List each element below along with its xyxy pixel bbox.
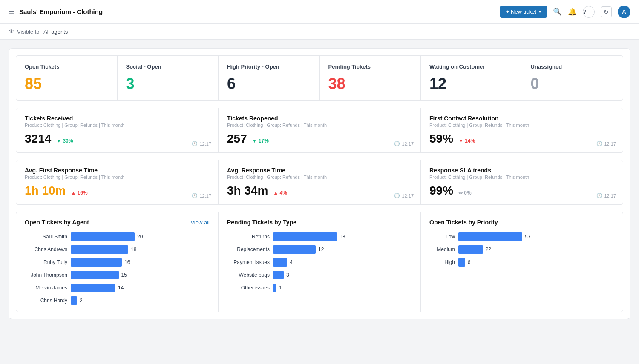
bar-value: 20 [137, 234, 143, 240]
bar-wrap: 16 [71, 258, 210, 267]
bell-icon[interactable]: 🔔 [568, 7, 577, 16]
metric-card-row0-1: Tickets Reopened Product: Clothing | Gro… [219, 108, 420, 152]
stat-card-label-4: Waiting on Customer [429, 63, 513, 70]
clock-icon: 🕐 [596, 141, 602, 146]
visible-to-label: All agents [43, 29, 68, 35]
clock-icon: 🕐 [192, 193, 198, 198]
bar-value: 18 [131, 246, 136, 252]
bar-value: 6 [468, 259, 471, 265]
priority-chart-card: Open Tickets by Priority Low 57 Medium 2… [421, 212, 623, 312]
stat-card-label-2: High Priority - Open [227, 63, 311, 70]
help-icon[interactable]: ? [583, 6, 595, 18]
bar-row: Saul Smith 20 [25, 232, 210, 241]
metric-title: Avg. First Response Time [25, 167, 210, 174]
bar-label: Chris Hardy [25, 298, 67, 304]
bar [71, 245, 128, 254]
metric-value: 99% [429, 184, 453, 198]
stat-card-1: Social - Open 3 [118, 56, 219, 100]
metric-subtitle: Product: Clothing | Group: Refunds | Thi… [227, 123, 412, 128]
bar-label: Saul Smith [25, 234, 67, 240]
bar-row: Chris Hardy 2 [25, 296, 210, 305]
bar-value: 16 [124, 259, 130, 265]
metric-badge: ▲ 16% [71, 190, 87, 196]
bar-value: 2 [80, 298, 83, 304]
metric-value: 257 [227, 132, 247, 146]
bar-row: High 6 [429, 258, 614, 267]
stat-card-value-1: 3 [126, 75, 210, 93]
stat-card-5: Unassigned 0 [522, 56, 623, 100]
bar-value: 14 [118, 285, 124, 291]
metric-card-row0-2: First Contact Resolution Product: Clothi… [421, 108, 623, 152]
metric-value: 1h 10m [25, 184, 66, 198]
metric-card-row1-0: Avg. First Response Time Product: Clothi… [16, 160, 218, 204]
search-icon[interactable]: 🔍 [553, 7, 562, 16]
metric-subtitle: Product: Clothing | Group: Refunds | Thi… [429, 123, 614, 128]
priority-bar-chart: Low 57 Medium 22 High 6 [429, 232, 614, 267]
stat-card-value-5: 0 [531, 75, 615, 93]
bar-value: 57 [525, 234, 530, 240]
stat-card-value-3: 38 [328, 75, 412, 93]
bar-wrap: 2 [71, 296, 210, 305]
bar-row: Chris Andrews 18 [25, 245, 210, 254]
chart-row: Open Tickets by Agent View all Saul Smit… [16, 212, 623, 312]
metric-row-1: Tickets Received Product: Clothing | Gro… [16, 108, 623, 153]
bar-wrap: 15 [71, 271, 210, 279]
refresh-icon[interactable]: ↻ [601, 6, 612, 17]
bar [71, 232, 135, 241]
bar-value: 12 [318, 246, 324, 252]
bar [273, 284, 276, 292]
stat-card-2: High Priority - Open 6 [219, 56, 320, 100]
bar-label: Medium [429, 246, 455, 252]
bar-wrap: 4 [273, 258, 412, 267]
stat-card-4: Waiting on Customer 12 [421, 56, 522, 100]
bar-wrap: 6 [458, 258, 614, 267]
stat-card-value-0: 85 [25, 75, 109, 93]
bar-label: Replacements [227, 246, 270, 252]
bar-label: Mervin James [25, 285, 67, 291]
bar-row: Other issues 1 [227, 284, 412, 292]
eye-icon: 👁 [9, 28, 14, 35]
bar-label: Returns [227, 234, 270, 240]
metric-title: First Contact Resolution [429, 115, 614, 122]
avatar[interactable]: A [618, 6, 630, 18]
bar-row: Replacements 12 [227, 245, 412, 254]
bar-label: Low [429, 234, 455, 240]
bar-row: Medium 22 [429, 245, 614, 254]
metric-badge: ▼ 17% [252, 138, 269, 144]
bar [458, 258, 465, 267]
menu-icon[interactable]: ☰ [9, 7, 15, 16]
bar-label: Website bugs [227, 272, 270, 278]
agents-chart-header: Open Tickets by Agent View all [25, 219, 210, 226]
view-all-link[interactable]: View all [190, 219, 210, 226]
bar [71, 258, 122, 267]
priority-chart-header: Open Tickets by Priority [429, 219, 614, 226]
bar [273, 245, 316, 254]
bar-label: John Thompson [25, 272, 67, 278]
bar-label: Payment issues [227, 259, 270, 265]
stat-card-0: Open Tickets 85 [16, 56, 117, 100]
clock-icon: 🕐 [394, 141, 400, 146]
metric-value: 3214 [25, 132, 51, 146]
dashboard: Open Tickets 85 Social - Open 3 High Pri… [9, 48, 630, 319]
metric-value: 3h 34m [227, 184, 268, 198]
stat-card-label-1: Social - Open [126, 63, 210, 70]
visible-to-prefix: Visible to: [17, 29, 41, 35]
pending-chart-card: Pending Tickets by Type Returns 18 Repla… [219, 212, 420, 312]
metric-badge: ⇔ 0% [458, 190, 472, 196]
bar-label: High [429, 259, 455, 265]
chevron-down-icon: ▾ [539, 9, 541, 14]
metric-time: 🕐 12:17 [192, 141, 211, 146]
bar-value: 15 [121, 272, 127, 278]
bar-label: Ruby Tully [25, 259, 67, 265]
agents-bar-chart: Saul Smith 20 Chris Andrews 18 Ruby Tull… [25, 232, 210, 305]
bar-row: Low 57 [429, 232, 614, 241]
bar-wrap: 57 [458, 232, 614, 241]
new-ticket-button[interactable]: + New ticket ▾ [500, 6, 547, 18]
bar-wrap: 14 [71, 284, 210, 292]
pending-bar-chart: Returns 18 Replacements 12 Payment issue… [227, 232, 412, 292]
header: ☰ Sauls' Emporium - Clothing + New ticke… [0, 0, 639, 24]
metric-title: Tickets Received [25, 115, 210, 122]
clock-icon: 🕐 [394, 193, 400, 198]
metric-subtitle: Product: Clothing | Group: Refunds | Thi… [25, 175, 210, 180]
pending-chart-title: Pending Tickets by Type [227, 219, 296, 226]
